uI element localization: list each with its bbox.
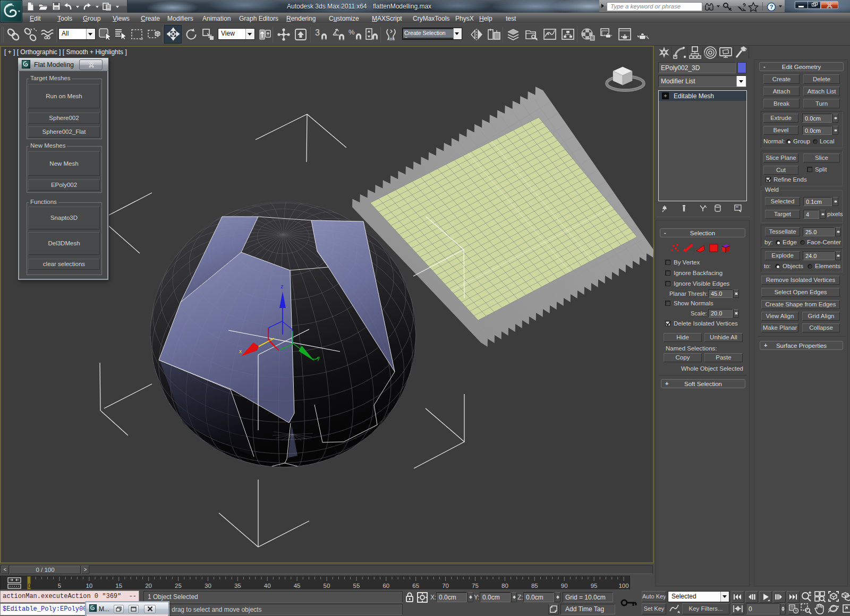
svg-text:z: z — [280, 283, 284, 289]
svg-text:x: x — [239, 348, 242, 354]
svg-text:?: ? — [770, 4, 774, 10]
svg-text:y: y — [317, 355, 320, 361]
